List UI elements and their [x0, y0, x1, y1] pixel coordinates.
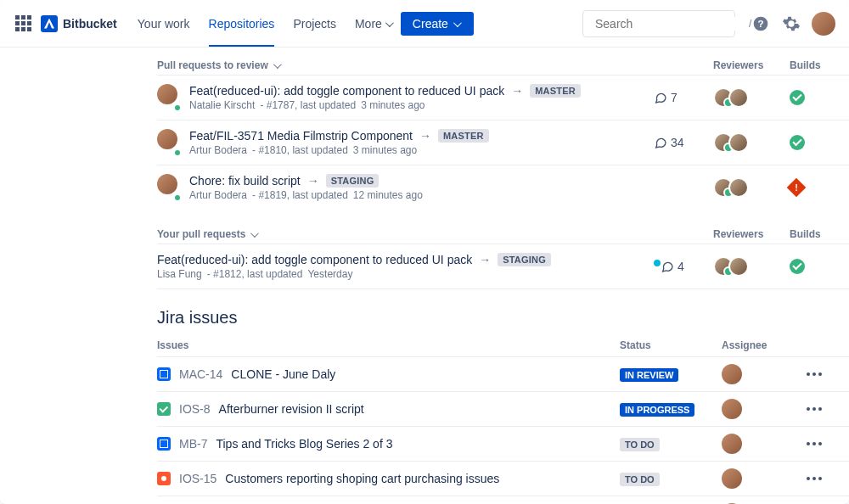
nav-repositories[interactable]: Repositories [209, 2, 275, 46]
author-avatar[interactable] [157, 129, 181, 156]
section-prs-to-review-toggle[interactable]: Pull requests to review [157, 59, 654, 71]
build-success-icon[interactable] [790, 259, 805, 274]
pr-updated-time: 3 minutes ago [353, 144, 417, 156]
bitbucket-icon [41, 15, 58, 32]
pr-title-link[interactable]: Feat(reduced-ui): add toggle component t… [189, 84, 504, 98]
product-logo[interactable]: Bitbucket [41, 15, 117, 32]
author-avatar[interactable] [157, 174, 181, 201]
assignee-avatar[interactable] [722, 434, 742, 454]
author-avatar[interactable] [157, 84, 181, 111]
col-header-reviewers: Reviewers [713, 59, 790, 71]
branch-tag[interactable]: MASTER [438, 129, 489, 143]
issue-status-lozenge[interactable]: TO DO [620, 473, 660, 486]
presence-indicator [173, 148, 182, 157]
help-icon[interactable]: ? [751, 14, 771, 34]
issue-type-bug-icon [157, 472, 171, 485]
reviewer-avatar[interactable] [728, 177, 749, 198]
create-button[interactable]: Create [401, 12, 474, 36]
reviewer-avatar[interactable] [728, 256, 749, 277]
pr-updated-time: 3 minutes ago [361, 99, 424, 111]
search-box[interactable]: / [582, 10, 735, 37]
chevron-down-icon [385, 21, 394, 26]
product-name: Bitbucket [63, 17, 117, 31]
issue-status-lozenge[interactable]: TO DO [620, 438, 660, 451]
pr-author-link[interactable]: Lisa Fung [157, 268, 202, 280]
assignee-avatar[interactable] [722, 364, 742, 384]
col-header-builds: Builds [790, 228, 849, 240]
issue-actions-menu[interactable] [807, 372, 849, 376]
arrow-right-icon: → [511, 84, 523, 98]
section-your-prs-toggle[interactable]: Your pull requests [157, 228, 654, 240]
pr-row: Feat/FIL-3571 Media Filmstrip Component … [157, 120, 849, 165]
issue-key-link[interactable]: IOS-8 [179, 402, 211, 416]
issue-summary-link[interactable]: Tips and Tricks Blog Series 2 of 3 [216, 437, 392, 451]
search-input[interactable] [595, 17, 744, 31]
comment-icon [654, 136, 667, 149]
pr-row: Feat(reduced-ui): add toggle component t… [157, 75, 849, 120]
assignee-avatar[interactable] [722, 399, 742, 419]
chevron-down-icon [273, 63, 282, 68]
chevron-down-icon [453, 21, 462, 26]
jira-row: PM-6 Afterburner revision III automation… [157, 496, 849, 504]
jira-row: IOS-8 Afterburner revision II script IN … [157, 391, 849, 426]
jira-row: MAC-14 CLONE - June Daly IN REVIEW [157, 356, 849, 391]
issue-type-story-icon [157, 437, 171, 451]
nav-projects[interactable]: Projects [293, 2, 336, 46]
issue-type-task-icon [157, 402, 171, 416]
build-success-icon[interactable] [790, 135, 805, 150]
unread-indicator [654, 260, 661, 266]
col-header-issues: Issues [157, 339, 620, 351]
col-header-reviewers: Reviewers [713, 228, 790, 240]
pr-reviewers [713, 132, 790, 153]
nav-your-work[interactable]: Your work [138, 2, 190, 46]
svg-text:?: ? [757, 18, 763, 29]
arrow-right-icon: → [479, 253, 491, 266]
issue-actions-menu[interactable] [807, 407, 849, 411]
pr-author-link[interactable]: Natalie Kirscht [189, 99, 255, 111]
branch-tag[interactable]: STAGING [498, 253, 551, 266]
pr-title-link[interactable]: Chore: fix build script [189, 174, 301, 188]
chevron-down-icon [250, 232, 259, 237]
pr-comments[interactable]: 7 [654, 91, 713, 104]
col-header-assignee: Assignee [722, 339, 807, 351]
pr-reviewers [713, 87, 790, 108]
build-failed-icon[interactable] [787, 178, 807, 198]
issue-key-link[interactable]: MB-7 [179, 437, 207, 451]
comment-icon [654, 260, 674, 273]
issue-summary-link[interactable]: Customers reporting shoping cart purchas… [225, 472, 499, 485]
assignee-avatar[interactable] [722, 468, 742, 489]
reviewer-avatar[interactable] [728, 132, 749, 153]
issue-summary-link[interactable]: Afterburner revision II script [219, 402, 364, 416]
pr-title-link[interactable]: Feat(reduced-ui): add toggle component t… [157, 253, 472, 266]
app-switcher-icon[interactable] [14, 14, 34, 34]
jira-row: MB-7 Tips and Tricks Blog Series 2 of 3 … [157, 426, 849, 461]
nav-more[interactable]: More [355, 2, 394, 46]
pr-comments[interactable]: 4 [654, 260, 713, 273]
presence-indicator [173, 104, 182, 112]
arrow-right-icon: → [419, 129, 431, 143]
pr-updated-time: Yesterday [307, 268, 352, 280]
issue-status-lozenge[interactable]: IN PROGRESS [620, 403, 694, 417]
issue-key-link[interactable]: IOS-15 [179, 472, 216, 485]
issue-summary-link[interactable]: CLONE - June Daly [231, 367, 335, 381]
build-success-icon[interactable] [790, 90, 805, 105]
issue-type-story-icon [157, 367, 171, 381]
reviewer-avatar[interactable] [728, 87, 749, 108]
pr-author-link[interactable]: Artur Bodera [189, 189, 247, 201]
branch-tag[interactable]: STAGING [326, 174, 380, 188]
pr-author-link[interactable]: Artur Bodera [189, 144, 247, 156]
settings-icon[interactable] [781, 14, 801, 34]
jira-section-heading: Jira issues [157, 308, 849, 328]
issue-actions-menu[interactable] [807, 442, 849, 445]
pr-row: Feat(reduced-ui): add toggle component t… [157, 244, 849, 288]
issue-status-lozenge[interactable]: IN REVIEW [620, 368, 678, 382]
arrow-right-icon: → [307, 174, 319, 188]
issue-actions-menu[interactable] [807, 477, 849, 480]
branch-tag[interactable]: MASTER [530, 84, 581, 98]
pr-title-link[interactable]: Feat/FIL-3571 Media Filmstrip Component [189, 129, 413, 143]
issue-key-link[interactable]: MAC-14 [179, 367, 222, 381]
col-header-builds: Builds [790, 59, 849, 71]
profile-avatar[interactable] [812, 12, 835, 36]
presence-indicator [173, 193, 182, 202]
pr-comments[interactable]: 34 [654, 136, 713, 149]
